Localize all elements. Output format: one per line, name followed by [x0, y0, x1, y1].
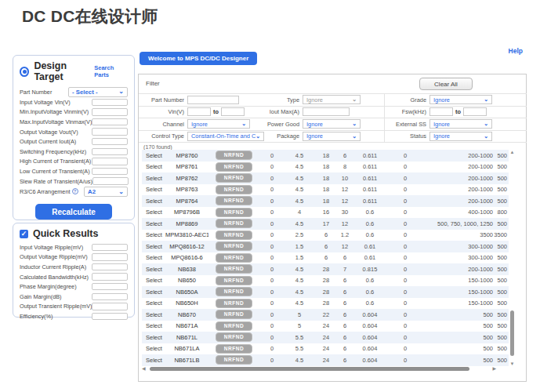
- table-row: SelectMP8763NRFND04.518120.6110200-10005…: [142, 184, 509, 196]
- value-cell: 18: [314, 186, 338, 193]
- select-link[interactable]: Select: [142, 175, 165, 182]
- select-link[interactable]: Select: [142, 243, 165, 250]
- quick-results-field-input[interactable]: [92, 313, 128, 321]
- grade-select[interactable]: Ignore ⌄: [429, 95, 492, 104]
- package-select[interactable]: Ignore ⌄: [303, 132, 361, 141]
- select-link[interactable]: Select: [142, 231, 165, 238]
- filter-row: Channel Ignore ⌄ Power Good Ignore ⌄ Ext…: [139, 118, 527, 131]
- status-select[interactable]: Ignore ⌄: [429, 132, 492, 141]
- select-link[interactable]: Select: [142, 254, 165, 261]
- design-target-field-input[interactable]: [92, 118, 128, 126]
- quick-results-field-input[interactable]: [92, 253, 128, 261]
- scroll-right-icon[interactable]: ▶: [492, 366, 496, 372]
- status-badge: NRFND: [216, 162, 253, 172]
- design-target-field-input[interactable]: [92, 158, 128, 165]
- external-ss-filter-label: External SS: [384, 118, 429, 130]
- value-cell: 0.6: [352, 277, 388, 284]
- recalculate-button[interactable]: Recalculate: [35, 204, 112, 220]
- status-badge: NRFND: [216, 185, 253, 194]
- quick-results-field-input[interactable]: [92, 303, 128, 310]
- design-target-field-input[interactable]: [92, 177, 129, 185]
- help-circle-icon[interactable]: ?: [72, 188, 78, 194]
- scroll-left-icon[interactable]: ◀: [142, 366, 146, 372]
- quick-results-field-label: Inductor Current Ripple(A): [20, 263, 86, 270]
- value-cell: 4.5: [284, 163, 314, 170]
- badge-cell: NRFND: [208, 208, 259, 217]
- select-link[interactable]: Select: [142, 334, 165, 341]
- select-link[interactable]: Select: [142, 266, 165, 273]
- channel-select[interactable]: Ignore ⌄: [187, 119, 250, 129]
- vertical-scrollbar[interactable]: ▲ ▼: [509, 150, 515, 366]
- control-type-filter-label: Control Type: [139, 131, 187, 143]
- type-select[interactable]: Ignore ⌄: [303, 95, 361, 104]
- value-cell: 1.5: [284, 254, 314, 261]
- status-badge: NRFND: [216, 355, 253, 365]
- control-type-select[interactable]: Constant-On-Time and C ⌄: [187, 132, 264, 141]
- design-target-field-row: High Current of Transient(A): [20, 157, 128, 167]
- select-link[interactable]: Select: [142, 209, 165, 216]
- vin-min-input[interactable]: [187, 107, 211, 116]
- value-cell: 0.604: [352, 345, 388, 352]
- design-target-field-input[interactable]: [92, 128, 128, 136]
- external-ss-select[interactable]: Ignore ⌄: [429, 119, 492, 129]
- clear-all-button[interactable]: Clear All: [419, 78, 473, 90]
- design-target-field-input[interactable]: [92, 138, 128, 146]
- select-link[interactable]: Select: [142, 163, 165, 170]
- design-target-field-input[interactable]: [92, 168, 128, 176]
- scroll-down-icon[interactable]: ▼: [509, 361, 515, 366]
- select-link[interactable]: Select: [142, 289, 165, 296]
- value-cell: 16: [314, 209, 338, 216]
- part-number: NB671L: [165, 334, 208, 341]
- table-row: SelectNB650ANRFND04.52860.60150-1000500: [142, 286, 509, 298]
- quick-results-field-input[interactable]: [92, 283, 128, 291]
- select-link[interactable]: Select: [142, 220, 165, 227]
- horizontal-scrollbar[interactable]: ◀ ▶: [142, 366, 496, 372]
- fsw-min-input[interactable]: [429, 107, 453, 116]
- quick-results-field-input[interactable]: [92, 293, 128, 301]
- quick-results-field-input[interactable]: [92, 244, 128, 252]
- checkbox-checked-icon[interactable]: ✓: [20, 230, 28, 238]
- vin-filter-label: Vin(V): [139, 107, 187, 118]
- scroll-up-icon[interactable]: ▲: [509, 150, 515, 154]
- design-target-field-label: Input Voltage Vin(V): [20, 99, 71, 106]
- horizontal-scrollbar-thumb[interactable]: [150, 367, 469, 371]
- power-good-select[interactable]: Ignore ⌄: [303, 119, 361, 129]
- welcome-button[interactable]: Welcome to MPS DC/DC Designer: [140, 52, 257, 65]
- iout-max-input[interactable]: [303, 107, 350, 116]
- iout-max-filter-label: Iout Max(A): [264, 107, 303, 118]
- select-link[interactable]: Select: [142, 277, 165, 284]
- select-link[interactable]: Select: [142, 311, 165, 318]
- value-cell: 18: [314, 175, 338, 182]
- value-cell: 500: [493, 266, 509, 273]
- results-panel: Filter Clear All Part Number Type Ignore…: [138, 74, 527, 382]
- part-number-filter-input[interactable]: [187, 96, 239, 104]
- quick-results-field-input[interactable]: [92, 263, 128, 271]
- help-link[interactable]: Help: [509, 47, 523, 55]
- value-cell: 24: [314, 345, 338, 352]
- value-cell: 300-1000: [422, 254, 493, 261]
- select-link[interactable]: Select: [142, 186, 165, 193]
- value-cell: 4.5: [284, 175, 314, 182]
- select-link[interactable]: Select: [142, 299, 165, 307]
- quick-results-field-input[interactable]: [92, 273, 128, 281]
- select-link[interactable]: Select: [142, 322, 165, 329]
- fsw-max-input[interactable]: [463, 107, 487, 116]
- package-filter-label: Package: [264, 131, 303, 143]
- design-target-field-input[interactable]: [92, 99, 128, 107]
- select-link[interactable]: Select: [142, 152, 165, 159]
- design-target-field-input[interactable]: [92, 108, 128, 116]
- select-link[interactable]: Select: [142, 345, 165, 352]
- part-number-select[interactable]: - Select - ⌄: [68, 87, 128, 97]
- design-target-field-input[interactable]: [92, 148, 128, 156]
- select-link[interactable]: Select: [142, 357, 165, 364]
- vin-max-input[interactable]: [221, 107, 245, 116]
- vertical-scrollbar-thumb[interactable]: [510, 310, 514, 356]
- r3c6-select[interactable]: A2 ⌄: [84, 187, 128, 197]
- value-cell: 6: [338, 311, 352, 318]
- select-link[interactable]: Select: [142, 198, 165, 205]
- value-cell: 0.6: [352, 220, 388, 227]
- search-parts-link[interactable]: Search Parts: [94, 64, 128, 78]
- quick-results-panel: ✓ Quick Results Input Voltage Ripple(mV)…: [13, 223, 135, 318]
- value-cell: 4.5: [284, 357, 314, 364]
- value-cell: 0.604: [352, 334, 388, 341]
